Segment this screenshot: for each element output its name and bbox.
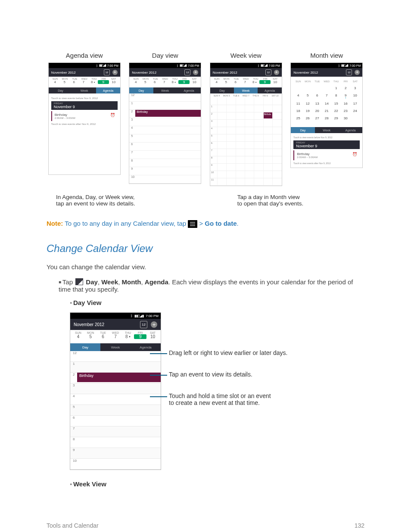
dropdown-icon [75,278,83,285]
add-event-icon: + [193,70,198,75]
alarm-icon: ⏰ [110,113,115,119]
caption-right-l1: Tap a day in Month view [237,194,300,200]
sub-day-view: Day View [70,299,364,306]
today-icon: 12 [265,69,271,75]
note-text-a: To go to any day in any Calendar view, t… [65,220,186,227]
section-heading: Change Calendar View [47,243,364,255]
dates-row: 45678 •910 [49,80,120,86]
captions-row: In Agenda, Day, or Week view, tap an eve… [47,194,364,207]
bt-icon: ᛒ [258,64,259,67]
caption-right-l2: to open that day's events. [237,200,303,207]
day-large-time-grid: 1212Birthday345678910 [70,351,161,470]
bt-icon: ᛒ [177,64,178,67]
month-view-col: Month view ᛒ▮▮▯◢▮7:00 PM November 2012 1… [289,52,365,186]
appbar-title: November 2012 [51,71,76,75]
signal-icon: ▮▮▯◢▮ [341,64,348,67]
touch-after: Touch to view events after Nov 9, 2012 [51,123,118,125]
intro-paragraph: You can change the calendar view. [47,263,364,271]
caption-left-l1: In Agenda, Day, or Week view, [56,194,135,200]
day-time-grid: 1212Birthday345678910 [129,93,201,184]
tab-week: Week [72,87,96,93]
day-view-large-mock: ᛒ▮▮▯◢▮7:00 PM November 2012 12 + SUNMONT… [70,312,161,470]
signal-icon: ▮▮▯◢▮ [261,64,268,67]
tab-agenda: Agenda [258,87,281,93]
today-icon: 12 [140,321,147,328]
add-event-icon: + [274,70,279,75]
callouts: Drag left or right to view earlier or la… [161,312,287,421]
note-go-to-date: Go to date [205,220,237,227]
day-phone-mock: ᛒ▮▮▯◢▮7:00 PM November 2012 12 + SUNMONT… [129,62,201,184]
add-event-icon: + [151,321,157,328]
menu-icon [188,220,197,228]
view-tabs: Day Week Agenda [49,87,120,93]
calendar-views-row: Agenda view ᛒ▮▮▯◢▮7:00 PM November 2012 … [47,52,364,186]
tab-day: Day [49,87,72,93]
bullet-tap-view: Tap Day, Week, Month, Agenda. Each view … [59,278,364,293]
tab-day: Day [291,127,314,133]
tab-week: Week [153,87,177,93]
add-event-icon: + [112,70,118,75]
day-view-title: Day view [152,52,178,59]
caption-left-l2: tap an event to view its details. [56,200,135,207]
note-gt: > [199,220,203,227]
today-icon: 12 [346,69,352,75]
signal-icon: ▮▮▯◢▮ [99,64,106,67]
callout-touch-hold: Touch and hold a time slot or an event t… [169,392,287,406]
agenda-phone-mock: ᛒ▮▮▯◢▮7:00 PM November 2012 12 + SUNMONT… [48,62,121,175]
day-view-detail: ᛒ▮▮▯◢▮7:00 PM November 2012 12 + SUNMONT… [70,312,364,470]
day-labels-row: SUNMONTUEWEDTHUFRISAT [49,77,120,80]
note-label: Note: [47,220,63,227]
day-view-col: Day view ᛒ▮▮▯◢▮7:00 PM November 2012 12 … [128,52,203,186]
today-icon: 12 [184,69,190,75]
tab-day: Day [210,87,234,93]
footer-section: Tools and Calendar [47,522,99,529]
status-time: 7:00 PM [107,64,118,67]
today-icon: 12 [104,69,110,75]
tab-day: Day [70,343,100,351]
week-phone-mock: ᛒ▮▮▯◢▮7:00 PM November 2012 12 + SUNMONT… [210,62,282,186]
bt-icon: ᛒ [338,64,340,67]
alarm-icon: ⏰ [352,152,357,159]
footer-page-num: 132 [355,522,364,529]
month-agenda-event: Birthday 2:00AM – 3:00AM ⏰ [293,150,360,160]
callout-drag: Drag left or right to view earlier or la… [169,349,287,356]
week-view-col: Week view ᛒ▮▮▯◢▮7:00 PM November 2012 12… [208,52,284,186]
tab-week: Week [234,87,258,93]
tab-agenda: Agenda [339,127,362,133]
tab-day: Day [129,87,153,93]
bt-icon: ᛒ [131,314,133,318]
tab-week: Week [100,343,131,351]
sub-week-view: Week View [70,480,364,488]
page-footer: Tools and Calendar 132 [47,522,364,529]
agenda-date-header: FRIDAY November 9 [51,101,118,110]
tab-agenda: Agenda [96,87,120,93]
add-event-icon: + [355,70,360,75]
agenda-view-col: Agenda view ᛒ▮▮▯◢▮7:00 PM November 2012 … [47,52,122,186]
week-view-title: Week view [230,52,262,59]
signal-icon: ▮▮▯◢▮ [180,64,187,67]
tab-agenda: Agenda [177,87,201,93]
month-phone-mock: ᛒ▮▮▯◢▮7:00 PM November 2012 12 + SUNMONT… [290,62,363,168]
tab-week: Week [315,127,339,133]
tab-agenda: Agenda [131,343,161,351]
agenda-event-row: Birthday 2:00AM – 3:00AM ⏰ [51,111,118,121]
signal-icon: ▮▮▯◢▮ [134,314,144,318]
week-grid: SUN 4MON 5TUE 6WED 7THU 8FRI 9SAT 10 12B… [210,93,282,186]
note-line: Note: To go to any day in any Calendar v… [47,220,364,228]
month-agenda-date-header: FRIDAY November 9 [293,140,360,149]
bt-icon: ᛒ [96,64,98,67]
month-view-title: Month view [310,52,343,59]
agenda-view-title: Agenda view [66,52,103,59]
touch-before: Touch to view events before Nov 9, 2012 [51,97,118,100]
callout-tap-event: Tap an event to view its details. [169,371,287,378]
